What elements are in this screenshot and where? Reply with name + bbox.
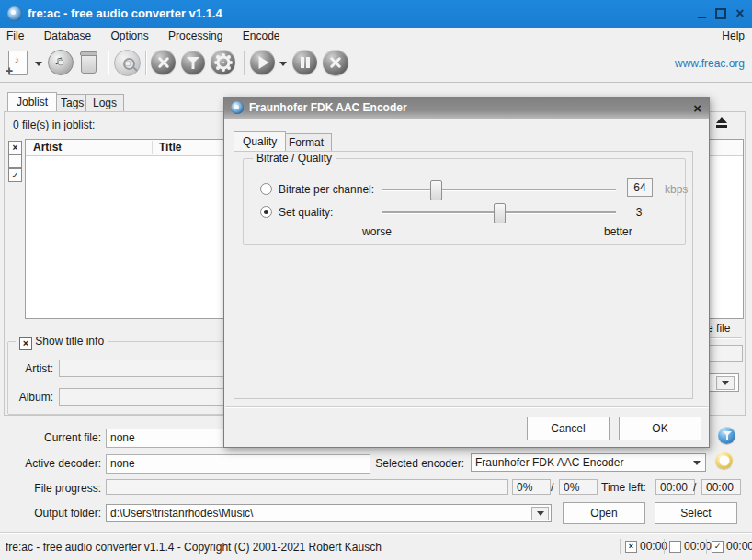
joblist-filter-icon-button[interactable] [718, 427, 735, 444]
selected-encoder-label: Selected encoder: [370, 457, 464, 470]
eject-cd-button[interactable] [715, 117, 728, 128]
select-all-button[interactable]: × [8, 141, 22, 154]
encoder-settings-icon-button[interactable] [715, 451, 733, 469]
quality-slider[interactable] [382, 211, 616, 214]
chevron-down-icon[interactable] [693, 461, 701, 465]
scale-worse-label: worse [362, 225, 392, 238]
scale-better-label: better [604, 225, 632, 238]
toolbar-separator [108, 51, 108, 75]
selected-encoder-value: Fraunhofer FDK AAC Encoder [475, 456, 623, 469]
toggle-selection-button[interactable]: ✓ [8, 168, 22, 182]
output-folder-combo[interactable]: d:\Users\tristanrhodes\Music\ [106, 504, 552, 522]
artist-label: Artist: [9, 362, 53, 375]
group-title: Bitrate / Quality [253, 152, 336, 165]
toggle-selection-icon: ✓ [11, 171, 18, 180]
bitrate-unit-label: kbps [665, 183, 688, 196]
active-decoder-value: none [106, 454, 370, 474]
combo-dropdown-button[interactable] [716, 376, 735, 390]
tab-logs[interactable]: Logs [85, 94, 124, 111]
active-decoder-label: Active decoder: [14, 457, 101, 470]
progress-percent-file: 0% [512, 479, 551, 495]
dialog-title: Fraunhofer FDK AAC Encoder [249, 101, 407, 114]
bitrate-value-input[interactable]: 64 [627, 178, 653, 197]
output-folder-value: d:\Users\tristanrhodes\Music\ [110, 507, 253, 520]
stop-encoding-button[interactable] [323, 50, 348, 75]
app-logo-icon [7, 6, 22, 21]
maximize-button[interactable] [711, 0, 731, 28]
quality-slider-thumb[interactable] [494, 203, 506, 223]
menu-database[interactable]: Database [36, 28, 99, 44]
window-title: fre:ac - free audio converter v1.1.4 [28, 6, 222, 20]
file-progress-bar [106, 479, 508, 495]
time-left-total: 00:00 [701, 479, 741, 495]
remove-all-button[interactable] [81, 54, 97, 74]
bitrate-radio[interactable] [260, 183, 272, 195]
magnifier-icon [123, 58, 135, 70]
time-left-label: Time left: [601, 481, 646, 494]
minimize-button[interactable] [691, 0, 712, 28]
dialog-separator [225, 406, 708, 407]
checked-box-icon: × [625, 541, 637, 553]
open-button[interactable]: Open [563, 502, 645, 524]
encoder-config-button[interactable] [211, 50, 235, 74]
query-cddb-button[interactable] [114, 50, 141, 76]
add-files-dropdown-icon[interactable] [35, 62, 42, 66]
column-header-title[interactable]: Title [152, 141, 181, 154]
statusbar-text: fre:ac - free audio converter v1.1.4 - C… [6, 541, 382, 554]
ok-button[interactable]: OK [619, 417, 701, 440]
close-icon: × [693, 100, 701, 116]
status-bar: fre:ac - free audio converter v1.1.4 - C… [0, 532, 752, 560]
pause-encoding-button[interactable] [292, 50, 317, 74]
general-settings-button[interactable] [151, 50, 176, 74]
statusbar-time-selected: × 00:00 [620, 539, 667, 554]
show-title-info-label: Show title info [35, 335, 104, 348]
menu-help[interactable]: Help [722, 29, 745, 42]
dialog-tab-quality[interactable]: Quality [234, 131, 286, 151]
dialog-tab-format[interactable]: Format [280, 133, 332, 151]
bitrate-slider-thumb[interactable] [430, 180, 442, 200]
chevron-down-icon [722, 381, 729, 385]
statusbar-time-unselected: 00:00 [664, 539, 712, 554]
quality-radio[interactable] [260, 206, 272, 218]
bitrate-label: Bitrate per channel: [279, 183, 374, 196]
output-folder-dropdown-button[interactable] [531, 507, 549, 520]
start-encoding-button[interactable] [250, 50, 275, 74]
cd-audio-button[interactable]: ♫ [48, 50, 74, 75]
close-button[interactable]: × [730, 0, 750, 28]
start-encoding-dropdown-icon[interactable] [279, 62, 287, 66]
music-note-icon: ♪ [14, 53, 19, 66]
time-left-file: 00:00 [655, 479, 695, 495]
album-label: Album: [9, 391, 53, 404]
checkbox-check-icon: × [23, 338, 28, 349]
tab-joblist[interactable]: Joblist [7, 92, 57, 111]
minimize-icon [698, 17, 706, 18]
menu-processing[interactable]: Processing [160, 28, 231, 44]
dialog-close-button[interactable]: × [693, 101, 701, 116]
quality-label: Set quality: [279, 206, 333, 219]
joblist-count-label: 0 file(s) in joblist: [13, 119, 95, 131]
statusbar-time-value: 00:00 [726, 540, 752, 553]
dialog-logo-icon [231, 101, 244, 114]
menu-options[interactable]: Options [102, 28, 156, 44]
menu-file[interactable]: File [0, 28, 32, 44]
slash-separator: / [551, 481, 553, 494]
cancel-button[interactable]: Cancel [527, 417, 610, 440]
show-title-info-checkbox[interactable]: × [19, 337, 32, 350]
dialog-titlebar[interactable]: Fraunhofer FDK AAC Encoder × [224, 97, 709, 119]
add-files-button[interactable]: ♪ + [8, 51, 28, 75]
plus-icon: + [6, 63, 13, 78]
maximize-icon [715, 8, 726, 19]
empty-box-icon [669, 541, 681, 553]
app-window: fre:ac - free audio converter v1.1.4 × F… [0, 0, 752, 560]
select-button[interactable]: Select [655, 502, 737, 524]
website-link[interactable]: www.freac.org [675, 57, 745, 70]
bitrate-slider[interactable] [382, 189, 616, 191]
select-none-button[interactable] [8, 154, 22, 168]
bitrate-quality-group: Bitrate / Quality Bitrate per channel: 6… [243, 158, 686, 245]
selected-encoder-combo[interactable]: Fraunhofer FDK AAC Encoder [471, 453, 706, 472]
column-header-artist[interactable]: Artist [26, 141, 62, 154]
menu-bar: File Database Options Processing Encode … [0, 28, 752, 45]
slash-separator: / [693, 481, 696, 494]
menu-encode[interactable]: Encode [234, 28, 289, 44]
signal-processing-button[interactable] [181, 51, 205, 74]
